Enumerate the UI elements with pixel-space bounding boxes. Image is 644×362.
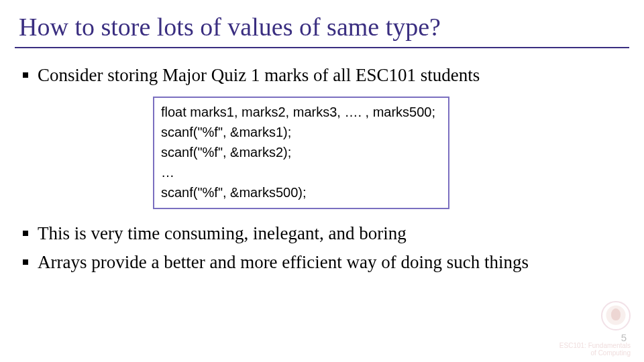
code-line: … bbox=[161, 162, 441, 182]
slide-title: How to store lots of values of same type… bbox=[0, 0, 644, 44]
course-tag: ESC101: Fundamentals of Computing bbox=[559, 342, 631, 357]
slide-footer: 5 ESC101: Fundamentals of Computing bbox=[559, 301, 631, 357]
slide-content: Consider storing Major Quiz 1 marks of a… bbox=[0, 48, 644, 274]
bullet-item: Arrays provide a better and more efficie… bbox=[23, 250, 624, 274]
bullet-item: Consider storing Major Quiz 1 marks of a… bbox=[23, 63, 624, 87]
course-tag-line: ESC101: Fundamentals bbox=[559, 342, 631, 349]
bullet-text: Consider storing Major Quiz 1 marks of a… bbox=[38, 63, 480, 87]
course-tag-line: of Computing bbox=[591, 349, 631, 357]
code-line: scanf("%f", &marks2); bbox=[161, 142, 441, 162]
square-bullet-icon bbox=[23, 231, 28, 236]
code-line: scanf("%f", &marks500); bbox=[161, 182, 441, 202]
code-box: float marks1, marks2, marks3, …. , marks… bbox=[153, 97, 449, 209]
square-bullet-icon bbox=[23, 72, 28, 78]
square-bullet-icon bbox=[23, 259, 28, 265]
bullet-item: This is very time consuming, inelegant, … bbox=[23, 221, 624, 245]
bullet-text: This is very time consuming, inelegant, … bbox=[38, 221, 407, 245]
code-line: scanf("%f", &marks1); bbox=[161, 122, 441, 142]
bullet-text: Arrays provide a better and more efficie… bbox=[38, 250, 529, 274]
code-line: float marks1, marks2, marks3, …. , marks… bbox=[161, 102, 441, 122]
institution-logo-icon bbox=[601, 301, 631, 330]
